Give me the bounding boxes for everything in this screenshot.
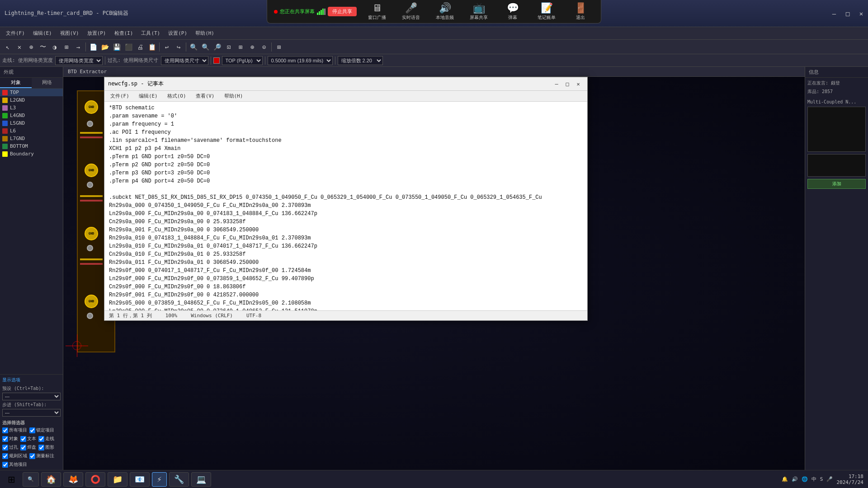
select-tool[interactable]: ↖	[2, 42, 13, 52]
arc-tool[interactable]: ◑	[49, 42, 60, 52]
tab-objects[interactable]: 对象	[0, 78, 32, 88]
layer-tool[interactable]: ⊞	[61, 42, 72, 52]
exit-btn[interactable]: 🚪 退出	[567, 2, 594, 21]
layer-item-boundary[interactable]: Boundary	[0, 150, 63, 158]
print2[interactable]: 📋	[146, 42, 157, 52]
undo[interactable]: ↩	[161, 42, 172, 52]
local-audio-btn[interactable]: 🔊 本地音频	[431, 2, 458, 21]
pcb-canvas[interactable]: BTD Extractor GND GND GND GND	[63, 67, 805, 470]
settings-sep-1	[105, 56, 105, 65]
filter-all-check[interactable]	[2, 427, 8, 433]
layer-item-l2gnd[interactable]: L2GND	[0, 96, 63, 104]
notepad-content[interactable]: *BTD schematic .param savename = '0' .pa…	[104, 102, 587, 310]
zoom-fit[interactable]: ⊡	[223, 42, 234, 52]
zoom-in-3d[interactable]: 🔍	[200, 42, 211, 52]
live-audio-btn[interactable]: 🎤 实时语音	[397, 2, 425, 21]
filter-rule-area-check[interactable]	[2, 453, 8, 459]
notepad-minimize[interactable]: —	[551, 79, 562, 89]
zoom-in[interactable]: ⊕	[247, 42, 258, 52]
tray-mic: 🎤	[826, 476, 833, 482]
app-1-icon: 🏠	[46, 474, 56, 484]
pcb-tool[interactable]: ⬛	[123, 42, 134, 52]
bullet-btn[interactable]: 💬 弹幕	[499, 2, 526, 21]
start-button[interactable]: ⊞	[2, 472, 20, 487]
tab-nets[interactable]: 网络	[32, 78, 63, 88]
taskbar-app-7[interactable]: 🔧	[169, 472, 189, 487]
step-select[interactable]: ---	[2, 409, 61, 417]
filter-other-check[interactable]	[2, 462, 8, 468]
filter-shape-check[interactable]	[38, 445, 44, 450]
menu-place[interactable]: 放置(P)	[84, 29, 110, 38]
mic-icon: 🎤	[405, 2, 417, 14]
grid-tool[interactable]: ⊞	[274, 42, 284, 52]
save-file[interactable]: 💾	[111, 42, 122, 52]
notes-btn[interactable]: 📝 笔记账单	[533, 2, 560, 21]
taskbar-app-5[interactable]: 📧	[130, 472, 150, 487]
filter-pad-check[interactable]	[20, 445, 26, 450]
filter-objects-check[interactable]	[2, 436, 8, 442]
close-button[interactable]: ✕	[854, 7, 868, 20]
filter-shape: 图形	[38, 444, 54, 450]
taskbar-app-8[interactable]: 💻	[191, 472, 211, 487]
taskbar-app-pcb[interactable]: ⚡	[152, 472, 167, 487]
layer-item-bottom[interactable]: BOTTOM	[0, 142, 63, 150]
add-button[interactable]: 添加	[807, 179, 866, 189]
menu-view[interactable]: 视图(V)	[57, 29, 83, 38]
filter-text-check[interactable]	[20, 436, 26, 442]
menu-edit[interactable]: 编辑(E)	[29, 29, 56, 38]
notepad-menu-help[interactable]: 帮助(H)	[221, 92, 247, 100]
snap-tool[interactable]: ⊕	[26, 42, 37, 52]
filter-track-check[interactable]	[38, 436, 44, 442]
taskbar-app-2[interactable]: 🦊	[63, 472, 83, 487]
new-file[interactable]: 📄	[88, 42, 99, 52]
menu-settings[interactable]: 设置(P)	[165, 29, 191, 38]
taskbar-app-3[interactable]: ⭕	[85, 472, 105, 487]
redo[interactable]: ↪	[173, 42, 184, 52]
notepad-menu-view[interactable]: 查看(V)	[192, 92, 218, 100]
stop-share-button[interactable]: 停止共享	[328, 7, 357, 16]
pcb-pad-3: GND	[85, 227, 98, 240]
track-tool[interactable]: 〜	[38, 42, 48, 52]
screen-share-btn[interactable]: 📺 屏幕共享	[465, 2, 492, 21]
line-width-select[interactable]: 0.5000 mm (19.69 mils)	[268, 56, 333, 65]
menu-tools[interactable]: 工具(T)	[137, 29, 164, 38]
taskbar-search[interactable]: 🔍	[23, 472, 39, 487]
arrow-tool[interactable]: →	[73, 42, 84, 52]
print[interactable]: 🖨	[135, 42, 146, 52]
taskbar-app-4[interactable]: 📁	[108, 472, 127, 487]
layer-item-l3[interactable]: L3	[0, 104, 63, 112]
open-file[interactable]: 📂	[99, 42, 110, 52]
notepad-maximize[interactable]: □	[562, 79, 573, 89]
menu-help[interactable]: 帮助(H)	[192, 29, 218, 38]
minimize-button[interactable]: —	[827, 7, 841, 20]
window-broadcast-btn[interactable]: 🖥 窗口广播	[363, 2, 391, 21]
menu-inspect[interactable]: 检查(I)	[111, 29, 137, 38]
zoom-fit-2[interactable]: ⊞	[235, 42, 246, 52]
notepad-menu-format[interactable]: 格式(O)	[164, 92, 190, 100]
preset-select[interactable]: ---	[2, 393, 61, 400]
layer-name-l7gnd: L7GND	[10, 136, 25, 141]
layer-item-l4gnd[interactable]: L4GND	[0, 112, 63, 119]
display-options-link[interactable]: 显示选项	[2, 377, 61, 383]
via-size-select[interactable]: 使用网络类尺寸	[161, 56, 208, 65]
taskbar-app-1[interactable]: 🏠	[41, 472, 61, 487]
menu-file[interactable]: 文件(F)	[2, 29, 28, 38]
notepad-close[interactable]: ✕	[573, 79, 584, 89]
zoom-area[interactable]: ⊙	[259, 42, 269, 52]
zoom-out[interactable]: 🔎	[212, 42, 222, 52]
layer-item-top[interactable]: TOP	[0, 89, 63, 96]
notepad-menu-edit[interactable]: 编辑(E)	[135, 92, 161, 100]
notepad-menu-file[interactable]: 文件(F)	[107, 92, 133, 100]
search[interactable]: 🔍	[188, 42, 199, 52]
zoom-select[interactable]: 缩放倍数 2.20	[338, 56, 383, 65]
filter-via-check[interactable]	[2, 445, 8, 450]
track-width-select[interactable]: 使用网络类宽度	[55, 56, 103, 65]
clear-tool[interactable]: ✕	[14, 42, 25, 52]
filter-locked-check[interactable]	[29, 427, 35, 433]
layer-item-l7gnd[interactable]: L7GND	[0, 135, 63, 142]
layer-item-l5gnd[interactable]: L5GND	[0, 119, 63, 127]
maximize-button[interactable]: □	[841, 7, 854, 20]
filter-dimension-check[interactable]	[29, 453, 35, 459]
layer-item-l6[interactable]: L6	[0, 127, 63, 135]
layer-select[interactable]: TOP (PgUp)	[222, 56, 263, 65]
